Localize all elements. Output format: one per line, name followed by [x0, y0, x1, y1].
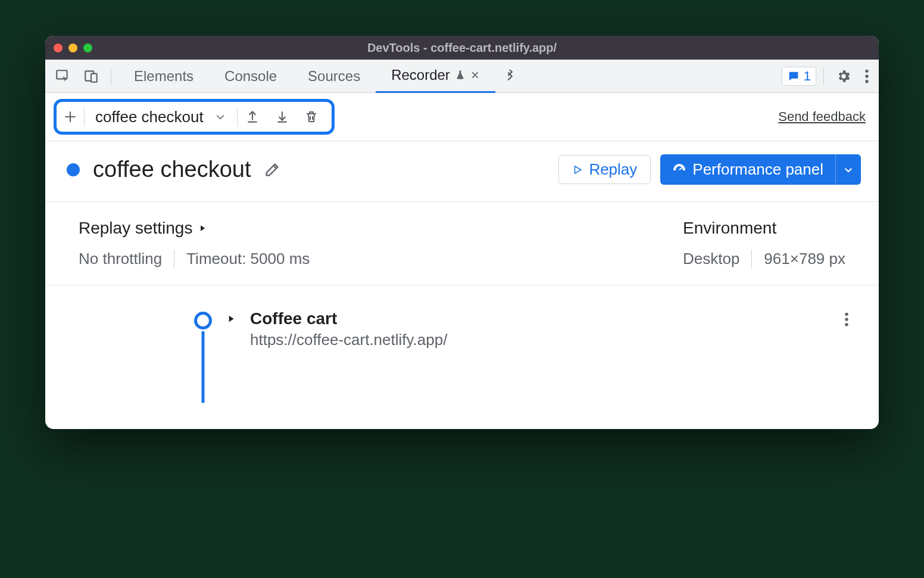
panel-tabs: Elements Console Sources Recorder	[118, 60, 525, 93]
import-recording-button[interactable]	[267, 109, 297, 125]
replay-settings-heading[interactable]: Replay settings	[79, 219, 310, 238]
svg-point-4	[865, 74, 868, 77]
environment-device: Desktop	[683, 250, 739, 268]
environment-viewport: 961×789 px	[764, 250, 845, 268]
new-recording-button[interactable]	[61, 107, 84, 127]
window-controls	[54, 43, 92, 52]
window-title: DevTools - coffee-cart.netlify.app/	[45, 41, 879, 55]
recording-actions: Replay Performance panel	[558, 154, 861, 185]
triangle-right-icon	[198, 223, 207, 233]
steps-area: Coffee cart https://coffee-cart.netlify.…	[45, 285, 879, 429]
tab-sources[interactable]: Sources	[292, 60, 376, 93]
flask-icon	[455, 70, 466, 80]
separator	[751, 250, 752, 268]
replay-button[interactable]: Replay	[558, 155, 651, 184]
recording-header: coffee checkout Replay Performance panel	[45, 141, 879, 202]
tabstrip: Elements Console Sources Recorder 1	[45, 60, 879, 93]
settings-row: Replay settings No throttling Timeout: 5…	[45, 202, 879, 285]
maximize-window-button[interactable]	[83, 43, 92, 52]
expand-step-button[interactable]	[226, 313, 236, 325]
titlebar: DevTools - coffee-cart.netlify.app/	[45, 36, 879, 60]
recording-selector[interactable]: coffee checkout	[84, 108, 238, 126]
settings-icon[interactable]	[831, 65, 856, 88]
step-url: https://coffee-cart.netlify.app/	[250, 331, 447, 349]
recorder-toolbar: coffee checkout Send feedback	[45, 93, 879, 141]
delete-recording-button[interactable]	[297, 109, 326, 125]
status-dot-icon	[67, 163, 80, 176]
play-icon	[572, 164, 583, 175]
replay-settings: Replay settings No throttling Timeout: 5…	[79, 219, 310, 268]
recording-title: coffee checkout	[67, 157, 280, 182]
recording-selector-label: coffee checkout	[95, 108, 204, 126]
close-icon[interactable]	[470, 70, 480, 80]
svg-point-8	[845, 323, 848, 326]
timeout-value: Timeout: 5000 ms	[186, 250, 310, 268]
svg-rect-2	[91, 73, 97, 82]
inspect-element-icon[interactable]	[50, 65, 75, 88]
more-tabs-button[interactable]	[495, 60, 525, 93]
svg-point-3	[865, 69, 868, 72]
tab-recorder[interactable]: Recorder	[376, 60, 495, 93]
environment-heading: Environment	[683, 219, 845, 238]
devtools-window: DevTools - coffee-cart.netlify.app/ Elem…	[45, 36, 879, 429]
tab-recorder-label: Recorder	[391, 67, 450, 83]
send-feedback-link[interactable]: Send feedback	[778, 109, 866, 125]
tab-elements[interactable]: Elements	[118, 60, 209, 93]
svg-rect-0	[57, 70, 67, 79]
svg-point-5	[865, 79, 868, 82]
throttling-value: No throttling	[79, 250, 162, 268]
chevron-down-icon	[214, 111, 226, 123]
messages-badge[interactable]: 1	[782, 67, 816, 86]
export-recording-button[interactable]	[238, 109, 267, 125]
chevron-down-icon	[843, 164, 854, 175]
separator	[823, 68, 824, 85]
tab-console[interactable]: Console	[209, 60, 292, 93]
step-node-icon	[194, 312, 212, 330]
environment-section: Environment Desktop 961×789 px	[683, 219, 845, 268]
recording-selector-group: coffee checkout	[54, 99, 335, 135]
replay-button-label: Replay	[589, 160, 637, 179]
performance-panel-caret[interactable]	[835, 154, 861, 185]
kebab-menu-icon[interactable]	[860, 65, 874, 88]
device-toolbar-icon[interactable]	[79, 65, 104, 88]
svg-point-7	[845, 318, 848, 321]
messages-count: 1	[804, 69, 811, 84]
performance-panel-label: Performance panel	[692, 160, 823, 179]
recording-name: coffee checkout	[93, 157, 251, 182]
svg-point-6	[845, 313, 848, 316]
performance-panel-group: Performance panel	[660, 154, 861, 185]
gauge-icon	[672, 163, 686, 177]
separator	[174, 250, 174, 268]
performance-panel-button[interactable]: Performance panel	[660, 154, 835, 185]
step-title: Coffee cart	[250, 309, 447, 328]
minimize-window-button[interactable]	[68, 43, 77, 52]
edit-name-button[interactable]	[264, 161, 280, 178]
step-row: Coffee cart https://coffee-cart.netlify.…	[194, 309, 855, 349]
separator	[111, 68, 111, 85]
step-text: Coffee cart https://coffee-cart.netlify.…	[250, 309, 447, 349]
close-window-button[interactable]	[54, 43, 63, 52]
step-kebab-menu[interactable]	[844, 312, 849, 327]
